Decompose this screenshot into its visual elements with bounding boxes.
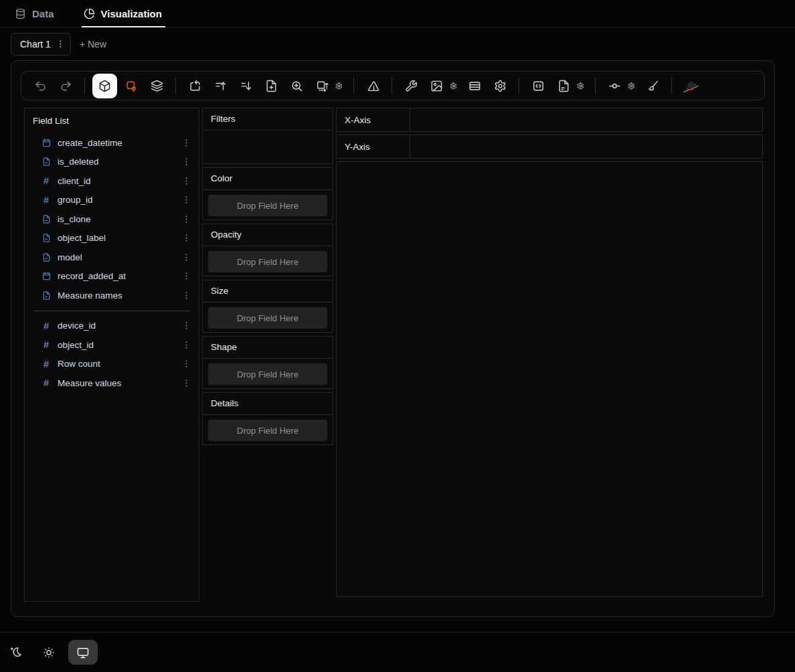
chart-canvas[interactable] <box>336 161 763 597</box>
file-document-icon <box>557 80 570 92</box>
file-document-button[interactable] <box>552 74 575 97</box>
cube-button[interactable] <box>92 74 117 98</box>
tab-data[interactable]: Data <box>15 0 54 27</box>
x-axis-drop-area[interactable] <box>410 108 762 131</box>
image-button[interactable] <box>425 74 448 97</box>
field-item-object-id[interactable]: # object_id <box>25 335 199 355</box>
field-item-device-id[interactable]: # device_id <box>25 317 199 336</box>
field-menu-icon[interactable] <box>181 157 191 167</box>
field-item-record-added-at[interactable]: record_added_at <box>25 267 199 286</box>
pie-chart-icon <box>84 8 95 19</box>
field-menu-icon[interactable] <box>181 359 191 369</box>
bird-logo-icon <box>682 77 699 94</box>
encoding-card-shape: Shape Drop Field Here <box>202 336 333 389</box>
field-item-row-count[interactable]: # Row count <box>25 355 199 374</box>
bird-logo-button[interactable] <box>679 74 702 97</box>
field-label: create_datetime <box>58 138 175 148</box>
field-menu-icon[interactable] <box>181 195 191 205</box>
field-item-measure-names[interactable]: Measure names <box>25 286 199 305</box>
text-file-icon <box>41 233 52 243</box>
workspace-content: Field List create_datetime is_deleted # … <box>11 100 774 616</box>
wrench-button[interactable] <box>400 74 422 97</box>
encoding-card-opacity: Opacity Drop Field Here <box>202 224 333 276</box>
theme-light-button[interactable] <box>35 639 62 666</box>
settings-gear-button[interactable] <box>489 74 511 97</box>
sort-descending-button[interactable] <box>234 74 257 97</box>
drop-zone[interactable]: Drop Field Here <box>208 363 327 385</box>
dimensions-button[interactable] <box>311 74 333 97</box>
field-menu-icon[interactable] <box>181 176 191 186</box>
field-label: device_id <box>58 321 175 331</box>
field-menu-icon[interactable] <box>181 138 191 148</box>
image-settings-gear-icon[interactable] <box>448 82 458 90</box>
text-file-icon <box>41 252 52 262</box>
field-item-create-datetime[interactable]: create_datetime <box>25 133 199 153</box>
rotate-square-button[interactable] <box>183 74 206 97</box>
drop-zone[interactable]: Drop Field Here <box>208 307 327 329</box>
field-menu-icon[interactable] <box>181 290 191 301</box>
field-item-is-clone[interactable]: is_clone <box>25 209 199 229</box>
table-button[interactable] <box>463 74 486 97</box>
filters-drop-area[interactable] <box>203 131 333 163</box>
field-menu-icon[interactable] <box>181 340 191 350</box>
theme-dark-button[interactable] <box>3 639 29 666</box>
toolbar-divider <box>671 77 672 94</box>
rotate-square-icon <box>189 80 201 92</box>
field-label: Measure names <box>58 290 175 301</box>
field-menu-icon[interactable] <box>181 271 191 281</box>
field-item-object-label[interactable]: object_label <box>25 229 199 248</box>
git-commit-settings-gear-icon[interactable] <box>626 82 636 90</box>
lasso-select-icon <box>125 80 138 92</box>
tab-visualization[interactable]: Visualization <box>84 0 162 27</box>
drop-zone[interactable]: Drop Field Here <box>208 195 327 216</box>
dimensions-settings-gear-icon[interactable] <box>334 82 344 90</box>
field-item-is-deleted[interactable]: is_deleted <box>25 153 199 172</box>
field-menu-icon[interactable] <box>181 252 191 262</box>
text-file-icon <box>41 214 52 224</box>
card-label: Color <box>203 168 333 190</box>
triangle-ruler-button[interactable] <box>361 74 384 97</box>
card-label: Opacity <box>203 224 333 246</box>
paintbrush-button[interactable] <box>641 74 664 97</box>
layers-icon <box>151 80 163 92</box>
file-plus-button[interactable] <box>260 74 282 97</box>
dimension-fields: create_datetime is_deleted # client_id #… <box>25 133 199 305</box>
redo-button[interactable] <box>54 74 77 97</box>
field-menu-icon[interactable] <box>181 214 191 224</box>
drop-zone[interactable]: Drop Field Here <box>208 420 327 441</box>
y-axis-drop-area[interactable] <box>410 135 762 158</box>
field-menu-icon[interactable] <box>181 233 191 243</box>
git-commit-button[interactable] <box>603 74 626 97</box>
file-document-settings-gear-icon[interactable] <box>576 82 586 90</box>
card-label: Details <box>203 393 333 415</box>
new-chart-button[interactable]: + New <box>80 39 106 50</box>
drop-zone[interactable]: Drop Field Here <box>208 251 327 272</box>
field-label: model <box>58 252 175 262</box>
code-block-button[interactable] <box>527 74 549 97</box>
undo-button[interactable] <box>29 74 52 97</box>
zoom-in-button[interactable] <box>285 74 308 97</box>
encoding-card-color: Color Drop Field Here <box>202 167 333 220</box>
top-tab-bar: Data Visualization <box>0 0 795 27</box>
field-item-group-id[interactable]: # group_id <box>25 191 199 210</box>
encoding-panel: Filters Color Drop Field Here Opacity Dr… <box>202 108 333 602</box>
sort-ascending-button[interactable] <box>209 74 232 97</box>
text-file-icon <box>41 157 52 167</box>
hash-icon: # <box>41 195 52 205</box>
field-menu-icon[interactable] <box>181 321 191 331</box>
field-item-model[interactable]: model <box>25 248 199 267</box>
field-menu-icon[interactable] <box>181 378 191 388</box>
layers-button[interactable] <box>145 74 168 97</box>
field-list-panel: Field List create_datetime is_deleted # … <box>24 108 199 602</box>
database-icon <box>15 8 26 19</box>
theme-system-button[interactable] <box>68 640 98 665</box>
encoding-card-size: Size Drop Field Here <box>202 280 333 333</box>
code-block-icon <box>532 80 545 92</box>
field-item-measure-values[interactable]: # Measure values <box>25 373 199 393</box>
toolbar <box>21 71 765 100</box>
lasso-select-button[interactable] <box>120 74 143 97</box>
field-item-client-id[interactable]: # client_id <box>25 171 199 191</box>
field-label: group_id <box>58 195 175 205</box>
chart-tab-chart-1[interactable]: Chart 1 <box>11 33 71 56</box>
chart-tab-menu-icon[interactable] <box>56 39 66 49</box>
